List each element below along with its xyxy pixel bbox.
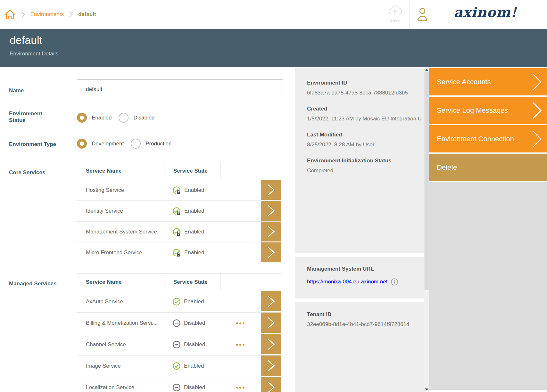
row-menu-button[interactable]	[234, 341, 247, 348]
row-menu-button[interactable]	[234, 320, 247, 327]
radio-type-production[interactable]: Production	[131, 139, 171, 149]
delete-button[interactable]: Delete	[429, 154, 547, 181]
environment-meta-section: Environment ID 6fd83a7a-da75-47a5-8eca-7…	[295, 68, 424, 253]
user-menu-button[interactable]	[417, 7, 428, 23]
service-state-label: Disabled	[184, 341, 205, 348]
page-subtitle: Environment Details	[10, 51, 547, 57]
disabled-minus-icon	[172, 319, 181, 327]
radio-label: Production	[145, 141, 171, 147]
service-state-label: Enabled	[184, 229, 204, 235]
open-service-button[interactable]	[261, 222, 281, 241]
service-state-label: Enabled	[184, 298, 204, 305]
chevron-right-icon	[267, 295, 275, 308]
service-row: Image Service Enabled	[77, 355, 281, 377]
service-row: Channel Service Disabled	[77, 334, 281, 355]
enabled-check-icon	[172, 362, 181, 370]
core-services-table: Service Name Service State Hosting Servi…	[77, 162, 281, 263]
environment-connection-button[interactable]: Environment Connection	[429, 125, 547, 152]
action-panel: Service Accounts Service Log Messages En…	[429, 67, 547, 392]
service-state-label: Disabled	[184, 320, 205, 326]
action-button-label: Delete	[437, 163, 457, 172]
management-url-section: Management System URL https://monixa-004…	[295, 257, 424, 298]
open-service-button[interactable]	[261, 334, 281, 354]
service-name: AxAuth Service	[77, 298, 164, 305]
environment-info-panel: Environment ID 6fd83a7a-da75-47a5-8eca-7…	[295, 67, 424, 392]
service-name: Management System Service	[77, 229, 164, 235]
topbar-divider	[409, 0, 410, 29]
action-panel-background	[429, 182, 547, 390]
action-button-label: Service Log Messages	[437, 106, 508, 115]
service-state-cell: Disabled	[164, 340, 220, 349]
info-icon[interactable]	[391, 278, 398, 286]
last-modified-value: 8/25/2022, 8:28 AM by User	[307, 142, 418, 148]
row-menu-button[interactable]	[234, 384, 247, 391]
radio-status-enabled[interactable]: Enabled	[77, 113, 112, 123]
enabled-locked-icon	[172, 228, 181, 236]
radio-label: Enabled	[92, 115, 112, 121]
name-label: Name	[9, 87, 57, 94]
service-row: Billing & Monetization Servi... Disabled	[77, 313, 281, 334]
open-service-button[interactable]	[261, 180, 281, 200]
service-name: Image Service	[77, 363, 164, 369]
service-name: Hosting Service	[77, 187, 164, 193]
service-state-cell: Enabled	[164, 362, 220, 370]
managed-services-label: Managed Services	[9, 280, 57, 287]
environment-type-label: Environment Type	[9, 141, 57, 148]
service-row: AxAuth Service Enabled	[77, 291, 281, 313]
radio-status-disabled[interactable]: Disabled	[119, 113, 154, 123]
column-service-state: Service State	[173, 279, 208, 285]
save-button[interactable]: Save	[385, 4, 404, 23]
last-modified-label: Last Modified	[307, 132, 418, 138]
service-state-cell: Enabled	[164, 207, 220, 216]
column-service-name: Service Name	[77, 168, 164, 174]
management-system-url-link[interactable]: https://monixa-004.eu.axinom.net	[307, 279, 387, 285]
table-header: Service Name Service State	[77, 273, 281, 291]
environment-id-label: Environment ID	[307, 80, 418, 86]
open-service-button[interactable]	[261, 355, 281, 376]
chevron-right-icon	[532, 101, 543, 120]
service-state-cell: Enabled	[164, 298, 220, 306]
chevron-right-icon	[267, 225, 275, 238]
scrollbar-thumb[interactable]	[425, 72, 428, 290]
chevron-right-icon	[267, 246, 275, 259]
tenant-id-label: Tenant ID	[307, 311, 418, 318]
init-status-label: Environment Initialization Status	[307, 158, 418, 164]
open-service-button[interactable]	[261, 201, 281, 221]
scroll-down-arrow[interactable]	[425, 388, 428, 390]
open-service-button[interactable]	[261, 291, 281, 311]
chevron-right-icon	[69, 11, 73, 18]
radio-unselected-icon	[119, 113, 128, 123]
chevron-right-icon	[267, 338, 275, 351]
axinom-logo: axinom!	[454, 4, 517, 20]
name-input[interactable]	[77, 79, 283, 99]
open-service-button[interactable]	[261, 242, 281, 262]
service-state-label: Enabled	[184, 249, 204, 256]
action-button-label: Service Accounts	[437, 78, 491, 86]
open-service-button[interactable]	[261, 313, 281, 333]
service-state-cell: Disabled	[164, 383, 220, 392]
radio-type-development[interactable]: Development	[77, 139, 124, 149]
home-icon[interactable]	[4, 8, 16, 20]
column-actions	[220, 162, 281, 180]
service-log-messages-button[interactable]: Service Log Messages	[429, 97, 547, 124]
breadcrumb-current: default	[78, 11, 96, 18]
breadcrumb-environments[interactable]: Environments	[30, 11, 64, 18]
enabled-locked-icon	[172, 186, 181, 195]
open-service-button[interactable]	[261, 377, 281, 392]
service-accounts-button[interactable]: Service Accounts	[429, 68, 547, 95]
chevron-right-icon	[267, 381, 275, 392]
service-state-label: Enabled	[184, 208, 204, 214]
chevron-right-icon	[532, 73, 543, 91]
service-name: Billing & Monetization Servi...	[77, 320, 164, 326]
service-state-cell: Enabled	[164, 249, 220, 257]
table-header: Service Name Service State	[77, 162, 281, 180]
chevron-right-icon	[267, 184, 275, 196]
scroll-up-arrow[interactable]	[425, 69, 428, 71]
core-services-rows: Hosting Service Enabled Identity Service…	[77, 180, 281, 263]
service-row: Hosting Service Enabled	[77, 180, 281, 201]
radio-unselected-icon	[131, 139, 141, 149]
service-name: Identity Service	[77, 208, 164, 214]
vertical-scrollbar[interactable]	[424, 67, 429, 392]
service-state-cell: Enabled	[164, 228, 220, 236]
chevron-right-icon	[267, 204, 275, 217]
